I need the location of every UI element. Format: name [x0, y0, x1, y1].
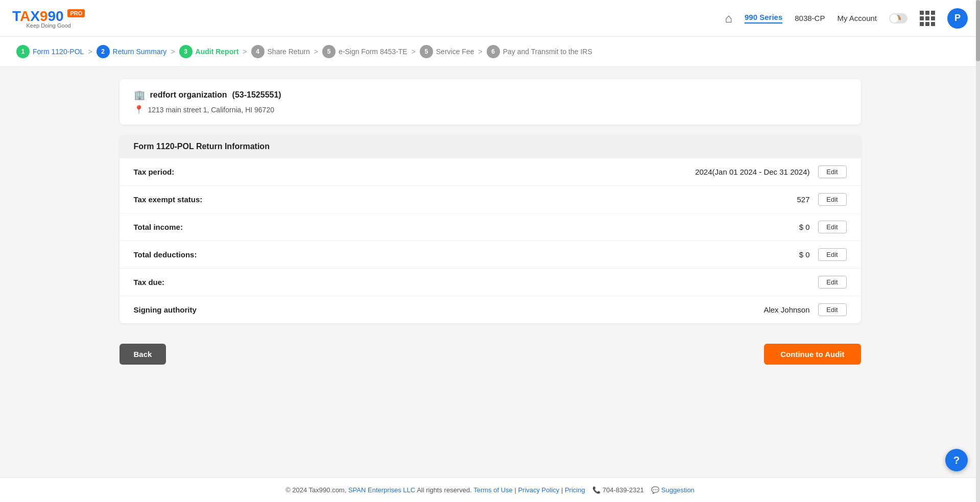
tax-due-row: Tax due: Edit [119, 269, 861, 296]
footer-phone-icon: 📞 [592, 486, 601, 494]
footer-span-link[interactable]: SPAN Enterprises LLC [348, 486, 415, 494]
form-card-title: Form 1120-POL Return Information [119, 135, 861, 158]
signing-authority-edit-button[interactable]: Edit [818, 303, 847, 316]
help-button[interactable]: ? [945, 449, 968, 471]
total-income-edit-button[interactable]: Edit [818, 221, 847, 233]
logo[interactable]: TAX990 PRO Keep Doing Good [12, 8, 85, 29]
step-3-circle: 3 [179, 45, 193, 58]
pin-icon: 📍 [134, 105, 144, 114]
tax-exempt-label: Tax exempt status: [134, 195, 246, 204]
arrow-4: > [314, 47, 318, 56]
nav-account[interactable]: My Account [837, 14, 877, 22]
apps-grid-icon[interactable] [920, 11, 935, 26]
arrow-1: > [88, 47, 92, 56]
form-info-card: Form 1120-POL Return Information Tax per… [119, 135, 861, 323]
tax-exempt-row: Tax exempt status: 527 Edit [119, 186, 861, 213]
step-5b[interactable]: 5 Service Fee [420, 45, 474, 58]
user-avatar[interactable]: P [947, 8, 968, 29]
footer-suggestion-link[interactable]: Suggestion [661, 486, 695, 494]
step-6-label: Pay and Transmit to the IRS [503, 47, 592, 56]
org-name: 🏢 redfort organization (53-1525551) [134, 89, 847, 101]
signing-authority-label: Signing authority [134, 305, 246, 314]
org-name-text: redfort organization [150, 90, 227, 100]
breadcrumb: 1 Form 1120-POL > 2 Return Summary > 3 A… [0, 37, 980, 67]
action-bar: Back Continue to Audit [119, 336, 861, 373]
step-3-label: Audit Report [196, 47, 239, 56]
org-ein: (53-1525551) [232, 90, 281, 100]
total-income-label: Total income: [134, 223, 246, 231]
tax-exempt-edit-button[interactable]: Edit [818, 193, 847, 206]
org-card: 🏢 redfort organization (53-1525551) 📍 12… [119, 79, 861, 125]
nav-990-series[interactable]: 990 Series [745, 13, 782, 23]
step-6[interactable]: 6 Pay and Transmit to the IRS [487, 45, 592, 58]
total-deductions-edit-button[interactable]: Edit [818, 248, 847, 261]
building-icon: 🏢 [134, 89, 145, 101]
tax-exempt-value: 527 [797, 195, 809, 204]
home-icon[interactable]: ⌂ [725, 11, 733, 26]
signing-authority-value: Alex Johnson [763, 305, 809, 314]
step-3[interactable]: 3 Audit Report [179, 45, 239, 58]
footer-separator-2: | [561, 486, 565, 494]
tax-period-label: Tax period: [134, 168, 246, 176]
step-5a-circle: 5 [322, 45, 336, 58]
tax-due-label: Tax due: [134, 278, 246, 286]
arrow-6: > [478, 47, 482, 56]
header-nav: ⌂ 990 Series 8038-CP My Account 🙈 P [725, 8, 968, 29]
arrow-5: > [412, 47, 416, 56]
total-income-value: $ 0 [799, 223, 810, 231]
footer-copyright: © 2024 Tax990.com, [285, 486, 346, 494]
step-4[interactable]: 4 Share Return [251, 45, 310, 58]
footer-terms-link[interactable]: Terms of Use [473, 486, 513, 494]
back-button[interactable]: Back [119, 344, 166, 365]
step-4-label: Share Return [268, 47, 310, 56]
org-address: 📍 1213 main street 1, California, HI 967… [134, 105, 847, 114]
continue-button[interactable]: Continue to Audit [764, 344, 861, 365]
nav-8038[interactable]: 8038-CP [795, 14, 825, 22]
step-5a[interactable]: 5 e-Sign Form 8453-TE [322, 45, 408, 58]
footer-phone: 704-839-2321 [603, 486, 644, 494]
total-deductions-label: Total deductions: [134, 250, 246, 259]
footer-chat-icon: 💬 [651, 486, 659, 494]
total-deductions-row: Total deductions: $ 0 Edit [119, 241, 861, 269]
step-1[interactable]: 1 Form 1120-POL [16, 45, 84, 58]
step-5a-label: e-Sign Form 8453-TE [339, 47, 408, 56]
step-5b-label: Service Fee [436, 47, 474, 56]
arrow-2: > [171, 47, 175, 56]
scrollbar-thumb[interactable] [976, 0, 980, 61]
tax-period-value: 2024(Jan 01 2024 - Dec 31 2024) [695, 168, 809, 176]
scrollbar[interactable] [976, 0, 980, 502]
step-6-circle: 6 [487, 45, 500, 58]
step-4-circle: 4 [251, 45, 265, 58]
footer-privacy-link[interactable]: Privacy Policy [518, 486, 559, 494]
signing-authority-row: Signing authority Alex Johnson Edit [119, 296, 861, 323]
tax-period-edit-button[interactable]: Edit [818, 165, 847, 178]
footer-pricing-link[interactable]: Pricing [565, 486, 585, 494]
step-2[interactable]: 2 Return Summary [97, 45, 167, 58]
header: TAX990 PRO Keep Doing Good ⌂ 990 Series … [0, 0, 980, 37]
org-address-text: 1213 main street 1, California, HI 96720 [148, 106, 274, 114]
total-income-row: Total income: $ 0 Edit [119, 213, 861, 241]
tax-due-edit-button[interactable]: Edit [818, 276, 847, 289]
arrow-3: > [243, 47, 247, 56]
step-2-circle: 2 [97, 45, 110, 58]
step-1-circle: 1 [16, 45, 30, 58]
step-5b-circle: 5 [420, 45, 433, 58]
pro-badge: PRO [67, 9, 85, 17]
main-content: 🏢 redfort organization (53-1525551) 📍 12… [107, 79, 873, 373]
footer-rights: All rights reserved. [417, 486, 472, 494]
step-1-label: Form 1120-POL [33, 47, 84, 56]
total-deductions-value: $ 0 [799, 250, 810, 259]
tax-period-row: Tax period: 2024(Jan 01 2024 - Dec 31 20… [119, 158, 861, 186]
step-2-label: Return Summary [113, 47, 167, 56]
page-footer: © 2024 Tax990.com, SPAN Enterprises LLC … [0, 477, 980, 502]
theme-toggle[interactable]: 🙈 [889, 13, 907, 23]
